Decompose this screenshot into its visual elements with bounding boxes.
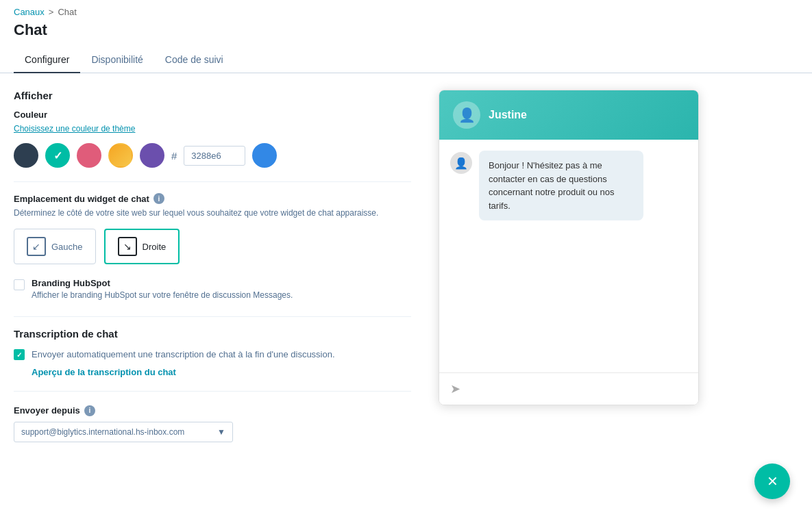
chat-body: 👤 Bonjour ! N'hésitez pas à me contacter… <box>439 140 698 372</box>
section-afficher-title: Afficher <box>14 90 411 101</box>
transcription-text: Envoyer automatiquement une transcriptio… <box>32 348 335 361</box>
chat-agent-avatar: 👤 <box>453 101 480 129</box>
right-panel: 👤 Justine 👤 Bonjour ! N'hésitez pas à me… <box>439 90 699 442</box>
page-title: Chat <box>0 20 812 47</box>
widget-placement-section: Emplacement du widget de chat i Détermin… <box>14 193 411 264</box>
agent-small-avatar-icon: 👤 <box>454 157 468 170</box>
gauche-icon: ↙ <box>27 237 46 256</box>
swatch-orange[interactable] <box>108 143 133 168</box>
tab-configurer[interactable]: Configurer <box>14 47 80 73</box>
position-droite-button[interactable]: ↘ Droite <box>104 229 180 264</box>
tab-bar: Configurer Disponibilité Code de suivi <box>0 47 812 73</box>
branding-text: Branding HubSpot Afficher le branding Hu… <box>32 278 293 300</box>
send-from-section: Envoyer depuis i support@biglytics.inter… <box>14 405 411 442</box>
breadcrumb-current: Chat <box>58 7 76 17</box>
transcription-checkbox[interactable]: ✓ <box>14 349 25 360</box>
color-swatches: # <box>14 143 411 168</box>
position-gauche-button[interactable]: ↙ Gauche <box>14 229 96 264</box>
transcription-title: Transcription de chat <box>14 328 411 340</box>
tab-code-de-suivi[interactable]: Code de suivi <box>154 47 234 73</box>
droite-label: Droite <box>143 242 167 252</box>
swatch-purple[interactable] <box>140 143 164 168</box>
chat-footer: ➤ <box>439 372 698 405</box>
branding-title: Branding HubSpot <box>32 278 293 288</box>
couleur-label: Couleur <box>14 110 411 120</box>
breadcrumb-separator: > <box>49 7 54 17</box>
branding-desc: Afficher le branding HubSpot sur votre f… <box>32 290 293 300</box>
swatch-dark[interactable] <box>14 143 38 168</box>
transcription-section: Transcription de chat ✓ Envoyer automati… <box>14 328 411 377</box>
color-hex-input[interactable] <box>184 146 245 166</box>
chat-message-row: 👤 Bonjour ! N'hésitez pas à me contacter… <box>450 151 687 220</box>
gauche-label: Gauche <box>51 242 83 252</box>
main-content: Afficher Couleur Choisissez une couleur … <box>0 73 812 459</box>
swatch-teal[interactable] <box>45 143 70 168</box>
send-from-label: Envoyer depuis i <box>14 405 411 416</box>
send-message-icon[interactable]: ➤ <box>450 381 460 396</box>
swatch-pink[interactable] <box>77 143 101 168</box>
send-from-select[interactable]: support@biglytics.international.hs-inbox… <box>14 422 233 442</box>
left-panel: Afficher Couleur Choisissez une couleur … <box>14 90 411 442</box>
breadcrumb: Canaux > Chat <box>0 0 812 20</box>
branding-section: Branding HubSpot Afficher le branding Hu… <box>14 278 411 300</box>
transcription-preview-link[interactable]: Aperçu de la transcription du chat <box>32 367 176 377</box>
chat-agent-name: Justine <box>489 109 527 121</box>
widget-placement-desc: Déterminez le côté de votre site web sur… <box>14 207 411 219</box>
dropdown-arrow-icon: ▼ <box>217 427 225 437</box>
position-buttons: ↙ Gauche ↘ Droite <box>14 229 411 264</box>
chat-preview: 👤 Justine 👤 Bonjour ! N'hésitez pas à me… <box>439 90 699 405</box>
transcription-row: ✓ Envoyer automatiquement une transcript… <box>14 348 411 361</box>
send-from-info-icon[interactable]: i <box>84 405 95 416</box>
couleur-hint[interactable]: Choisissez une couleur de thème <box>14 124 135 134</box>
breadcrumb-parent[interactable]: Canaux <box>14 7 45 17</box>
branding-checkbox[interactable] <box>14 279 25 290</box>
chat-header: 👤 Justine <box>439 90 698 140</box>
send-from-email: support@biglytics.international.hs-inbox… <box>21 427 184 437</box>
color-apply-button[interactable] <box>252 143 277 168</box>
droite-icon: ↘ <box>118 237 137 256</box>
widget-placement-info-icon[interactable]: i <box>153 193 164 204</box>
hash-symbol: # <box>171 150 177 162</box>
message-bubble: Bonjour ! N'hésitez pas à me contacter e… <box>479 151 643 220</box>
tab-disponibilite[interactable]: Disponibilité <box>80 47 153 73</box>
agent-small-avatar: 👤 <box>450 152 472 174</box>
widget-placement-label: Emplacement du widget de chat i <box>14 193 411 204</box>
message-text: Bonjour ! N'hésitez pas à me contacter e… <box>489 160 615 211</box>
avatar-icon: 👤 <box>458 107 476 123</box>
